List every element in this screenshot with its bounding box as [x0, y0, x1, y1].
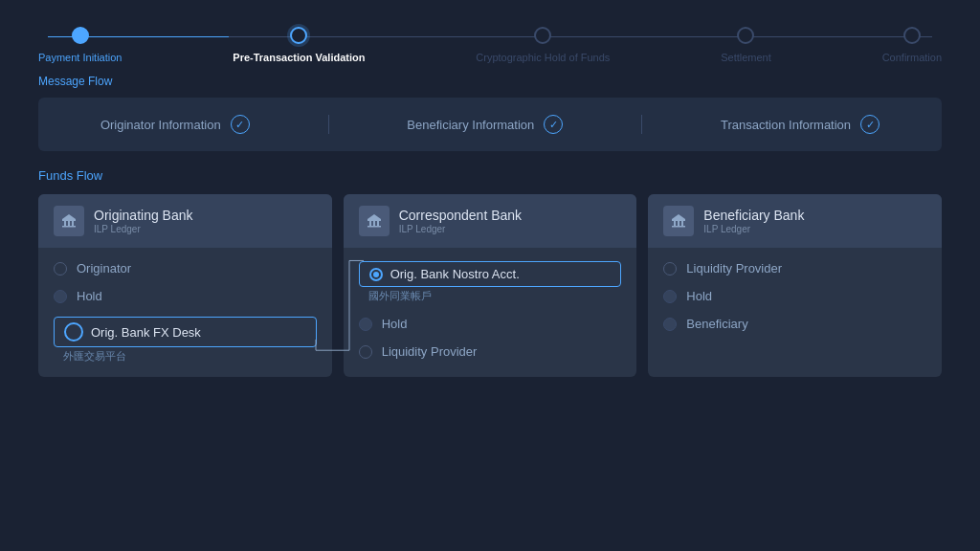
svg-rect-12 [672, 219, 685, 221]
beneficiary-account: Beneficiary [663, 317, 926, 331]
liquidity-provider-correspondent: Liquidity Provider [359, 344, 622, 359]
message-item-originator: Originator Information ✓ [100, 115, 250, 134]
nostro-radio [369, 268, 383, 281]
message-divider-1 [328, 115, 329, 134]
originating-bank-name: Originating Bank [94, 208, 193, 223]
originating-bank-icon [54, 206, 84, 236]
svg-rect-3 [72, 221, 74, 226]
hold-dot-originating [54, 290, 67, 303]
hold-account-label-beneficiary: Hold [686, 289, 712, 303]
originating-bank-card: Originating Bank ILP Ledger Originator H… [38, 194, 332, 377]
originating-bank-sub: ILP Ledger [94, 224, 193, 234]
svg-marker-17 [672, 214, 685, 219]
svg-rect-10 [368, 226, 381, 228]
svg-rect-4 [62, 226, 76, 228]
message-item-beneficiary: Beneficiary Information ✓ [407, 115, 563, 134]
originator-account: Originator [54, 261, 317, 276]
svg-rect-16 [672, 226, 685, 228]
liquidity-provider-beneficiary: Liquidity Provider [663, 261, 926, 276]
step-payment-initiation: Payment Initiation [38, 27, 122, 63]
step-dot-cryptographic-hold [534, 27, 551, 44]
nostro-wrapper: Orig. Bank Nostro Acct. 國外同業帳戶 [359, 261, 622, 303]
hold-account-beneficiary: Hold [663, 289, 926, 303]
liquidity-label-beneficiary: Liquidity Provider [686, 261, 782, 276]
progress-bar: Payment Initiation Pre-Transaction Valid… [38, 27, 942, 63]
funds-flow-wrapper: Originating Bank ILP Ledger Originator H… [38, 194, 942, 377]
hold-account-originating: Hold [54, 289, 317, 303]
step-label-pre-transaction: Pre-Transaction Validation [233, 52, 365, 63]
svg-marker-5 [62, 214, 76, 219]
liquidity-label-correspondent: Liquidity Provider [382, 344, 478, 359]
svg-rect-1 [64, 221, 66, 226]
transaction-check-icon: ✓ [860, 115, 880, 134]
beneficiary-bank-body: Liquidity Provider Hold Beneficiary [648, 248, 942, 344]
svg-rect-8 [373, 221, 375, 226]
fx-desk-sub-label: 外匯交易平台 [54, 349, 317, 364]
svg-marker-11 [368, 214, 381, 219]
hold-dot-beneficiary [663, 290, 677, 303]
beneficiary-check-icon: ✓ [544, 115, 563, 134]
step-pre-transaction: Pre-Transaction Validation [233, 27, 365, 63]
nostro-label: Orig. Bank Nostro Acct. [390, 267, 520, 281]
fx-desk-radio [64, 322, 83, 342]
originating-bank-body: Originator Hold Orig. Bank FX Desk 外匯交易平… [38, 248, 332, 377]
correspondent-bank-header: Correspondent Bank ILP Ledger [344, 194, 637, 248]
beneficiary-dot [663, 318, 677, 331]
originator-dot [54, 262, 67, 276]
step-dot-payment-initiation [72, 27, 89, 44]
beneficiary-label: Beneficiary Information [407, 118, 534, 132]
transaction-label: Transaction Information [721, 118, 851, 132]
correspondent-bank-sub: ILP Ledger [399, 224, 522, 234]
funds-flow-title: Funds Flow [38, 168, 942, 183]
step-label-settlement: Settlement [721, 52, 771, 63]
beneficiary-bank-sub: ILP Ledger [703, 224, 804, 234]
originating-bank-header: Originating Bank ILP Ledger [38, 194, 332, 248]
originator-label: Originator Information [100, 118, 221, 132]
beneficiary-account-label: Beneficiary [686, 317, 747, 331]
svg-rect-2 [68, 221, 70, 226]
step-label-confirmation: Confirmation [882, 52, 942, 63]
hold-account-label-originating: Hold [77, 289, 102, 303]
step-settlement: Settlement [721, 27, 771, 63]
svg-rect-15 [681, 221, 683, 226]
fx-desk-label: Orig. Bank FX Desk [91, 325, 201, 340]
originator-check-icon: ✓ [231, 115, 250, 134]
svg-rect-6 [368, 219, 381, 221]
hold-account-label-correspondent: Hold [382, 317, 408, 331]
message-flow-title: Message Flow [38, 75, 942, 88]
step-cryptographic-hold: Cryptographic Hold of Funds [476, 27, 610, 63]
beneficiary-bank-icon [663, 206, 694, 236]
main-container: Payment Initiation Pre-Transaction Valid… [0, 0, 980, 396]
fx-desk-account[interactable]: Orig. Bank FX Desk [54, 317, 317, 347]
originator-account-label: Originator [77, 261, 131, 276]
svg-rect-7 [369, 221, 371, 226]
beneficiary-bank-card: Beneficiary Bank ILP Ledger Liquidity Pr… [648, 194, 942, 377]
funds-grid: Originating Bank ILP Ledger Originator H… [38, 194, 942, 377]
step-dot-settlement [737, 27, 754, 44]
correspondent-bank-name: Correspondent Bank [399, 208, 522, 223]
beneficiary-bank-header: Beneficiary Bank ILP Ledger [648, 194, 942, 248]
nostro-account[interactable]: Orig. Bank Nostro Acct. [359, 261, 622, 287]
fx-desk-wrapper: Orig. Bank FX Desk 外匯交易平台 [54, 317, 317, 364]
hold-account-correspondent: Hold [359, 317, 622, 331]
step-confirmation: Confirmation [882, 27, 942, 63]
correspondent-bank-card: Correspondent Bank ILP Ledger Orig. Bank… [344, 194, 637, 377]
svg-rect-9 [377, 221, 379, 226]
liquidity-dot-correspondent [359, 345, 372, 359]
correspondent-bank-body: Orig. Bank Nostro Acct. 國外同業帳戶 Hold Liqu… [344, 248, 637, 372]
message-divider-2 [641, 115, 642, 134]
message-flow-container: Originator Information ✓ Beneficiary Inf… [38, 98, 942, 151]
svg-rect-14 [678, 221, 679, 226]
correspondent-bank-icon [359, 206, 390, 236]
nostro-sub-label: 國外同業帳戶 [359, 289, 622, 303]
svg-rect-0 [62, 219, 76, 221]
message-item-transaction: Transaction Information ✓ [721, 115, 880, 134]
step-label-cryptographic-hold: Cryptographic Hold of Funds [476, 52, 610, 63]
hold-dot-correspondent [359, 318, 372, 331]
beneficiary-bank-name: Beneficiary Bank [703, 208, 804, 223]
svg-rect-13 [674, 221, 676, 226]
step-label-payment-initiation: Payment Initiation [38, 52, 122, 63]
liquidity-dot-beneficiary [663, 262, 677, 276]
step-dot-confirmation [903, 27, 921, 44]
step-dot-pre-transaction [290, 27, 307, 44]
